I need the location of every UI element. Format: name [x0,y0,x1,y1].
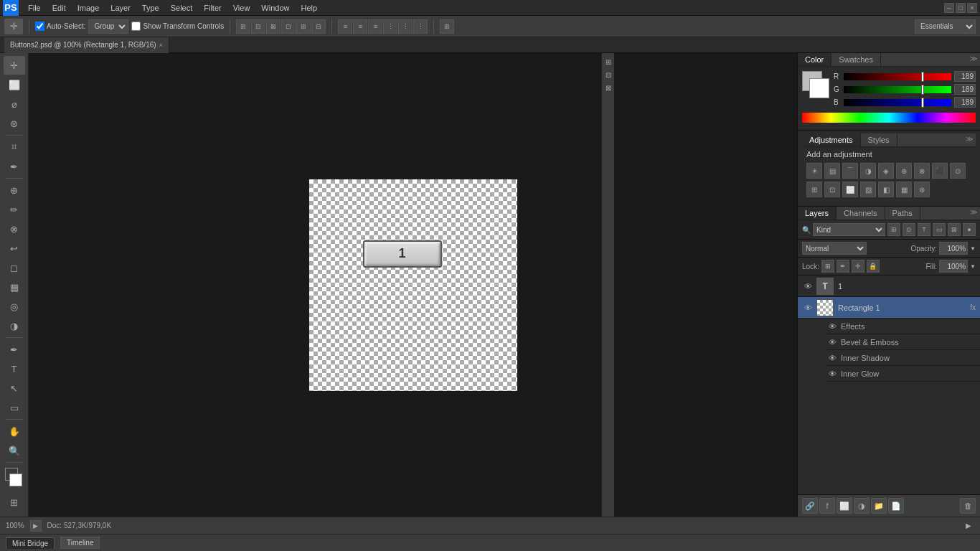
menu-help[interactable]: Help [296,2,322,14]
channel-r-input[interactable]: 189 [954,71,976,82]
hand-tool[interactable]: ✋ [4,422,25,441]
minimize-button[interactable]: ─ [944,3,954,13]
layer-fx-badge[interactable]: fx [970,303,976,311]
color-swatch-area[interactable] [4,468,25,489]
filter-shape-icon[interactable]: ▭ [933,223,946,236]
auto-select-dropdown[interactable]: Group Layer [88,19,128,34]
tab-styles[interactable]: Styles [861,133,897,146]
close-button[interactable]: × [967,3,977,13]
lasso-tool[interactable]: ⌀ [4,95,25,113]
adj-brightness-icon[interactable]: ☀ [806,163,822,179]
spectrum-bar[interactable] [802,113,976,123]
effect-bevel-emboss[interactable]: 👁 Bevel & Emboss [826,334,980,350]
adj-bw-icon[interactable]: ⬛ [932,163,948,179]
layer-filter-dropdown[interactable]: Kind Name Effect Mode Attribute Color [813,223,885,236]
side-icon-2[interactable]: ⊟ [603,69,614,80]
lock-pixels-icon[interactable]: ⊞ [821,260,834,273]
add-style-icon[interactable]: f [819,498,835,514]
quick-select-tool[interactable]: ⊛ [4,114,25,133]
tab-timeline[interactable]: Timeline [60,537,100,549]
channel-b-input[interactable]: 189 [954,97,976,108]
adj-threshold-icon[interactable]: ◧ [878,182,894,197]
adj-vibrance-icon[interactable]: ◈ [878,163,894,179]
show-transform-checkbox[interactable] [131,22,141,31]
layer-visibility-text1[interactable]: 👁 [802,281,814,292]
dist-hcenter-icon[interactable]: ⋮ [398,19,413,34]
move-tool-toolbar[interactable]: ✛ [4,19,23,34]
align-vcenter-icon[interactable]: ⊟ [251,19,265,34]
background-swatch[interactable] [809,78,829,98]
align-hcenter-icon[interactable]: ⊞ [296,19,311,34]
adj-photo-icon[interactable]: ⊙ [950,163,966,179]
eraser-tool[interactable]: ◻ [4,258,25,277]
add-link-icon[interactable]: 🔗 [802,498,818,514]
effects-visibility[interactable]: 👁 [826,321,838,332]
pen-tool[interactable]: ✒ [4,340,25,359]
filter-toggle-icon[interactable]: ● [963,223,976,236]
fill-input[interactable] [939,260,968,273]
workspace-dropdown[interactable]: Essentials Design Painting Photography [915,19,976,34]
screen-mode-btn[interactable]: ⊞ [4,493,25,512]
tab-adjustments[interactable]: Adjustments [802,133,861,146]
marquee-tool[interactable]: ⬜ [4,75,25,94]
tab-layers[interactable]: Layers [798,207,837,220]
filter-text-icon[interactable]: T [918,223,930,236]
filter-type-icon[interactable]: ⊞ [887,223,900,236]
add-mask-icon[interactable]: ⬜ [837,498,852,514]
new-fill-adj-icon[interactable]: ◑ [854,498,870,514]
filter-smart-icon[interactable]: ⊠ [948,223,961,236]
new-layer-icon[interactable]: 📄 [888,498,904,514]
opacity-input[interactable] [939,242,968,255]
tab-mini-bridge[interactable]: Mini Bridge [6,537,55,549]
layer-item-rectangle1[interactable]: 👁 Rectangle 1 fx [798,297,980,319]
inner-shadow-visibility[interactable]: 👁 [826,352,838,364]
adj-gradient-icon[interactable]: ▦ [896,182,912,197]
eyedropper-tool[interactable]: ✒ [4,157,25,176]
menu-view[interactable]: View [228,2,255,14]
brush-tool[interactable]: ✏ [4,200,25,219]
menu-file[interactable]: File [23,2,46,14]
menu-type[interactable]: Type [137,2,164,14]
layer-item-text1[interactable]: 👁 T 1 [798,276,980,297]
adj-posterize-icon[interactable]: ▨ [860,182,876,197]
restore-button[interactable]: □ [956,3,966,13]
layers-panel-collapse[interactable]: ≫ [967,207,980,220]
tab-close-button[interactable]: × [159,42,163,49]
lock-position-icon[interactable]: ✒ [837,260,849,273]
layer-visibility-rect1[interactable]: 👁 [802,302,814,314]
adj-colorlookup-icon[interactable]: ⊡ [824,182,840,197]
healing-tool[interactable]: ⊕ [4,181,25,199]
transform-icon[interactable]: ⊞ [440,19,454,34]
inner-glow-visibility[interactable]: 👁 [826,368,838,380]
adj-curves-icon[interactable]: ⌒ [842,163,858,179]
align-right-icon[interactable]: ⊟ [311,19,326,34]
lock-all-icon[interactable]: 🔒 [867,260,880,273]
fill-arrow[interactable]: ▼ [970,263,976,270]
zoom-tool[interactable]: 🔍 [4,441,25,460]
lock-move-icon[interactable]: ✛ [852,260,864,273]
blend-mode-dropdown[interactable]: Normal Multiply Screen Overlay Darken Li… [802,242,867,255]
adj-selective-icon[interactable]: ⊛ [914,182,930,197]
adj-channelmix-icon[interactable]: ⊞ [806,182,822,197]
bevel-emboss-visibility[interactable]: 👁 [826,336,838,348]
tab-swatches[interactable]: Swatches [831,53,881,66]
dist-vcenter-icon[interactable]: ≡ [353,19,367,34]
filter-adj-icon[interactable]: ⊙ [903,223,915,236]
gradient-tool[interactable]: ▦ [4,278,25,296]
dist-left-icon[interactable]: ⋮ [383,19,397,34]
tab-paths[interactable]: Paths [885,207,920,220]
color-panel-collapse[interactable]: ≫ [967,53,980,66]
menu-select[interactable]: Select [166,2,198,14]
channel-g-input[interactable]: 189 [954,84,976,95]
align-top-icon[interactable]: ⊞ [236,19,250,34]
menu-window[interactable]: Window [256,2,294,14]
adj-colorbalance-icon[interactable]: ⊗ [914,163,930,179]
menu-layer[interactable]: Layer [105,2,136,14]
move-tool[interactable]: ✛ [4,56,25,75]
align-bottom-icon[interactable]: ⊠ [266,19,281,34]
dist-top-icon[interactable]: ≡ [338,19,352,34]
side-icon-1[interactable]: ⊞ [603,56,614,67]
adj-invert-icon[interactable]: ⬜ [842,182,858,197]
blur-tool[interactable]: ◎ [4,297,25,316]
align-left-icon[interactable]: ⊡ [281,19,296,34]
